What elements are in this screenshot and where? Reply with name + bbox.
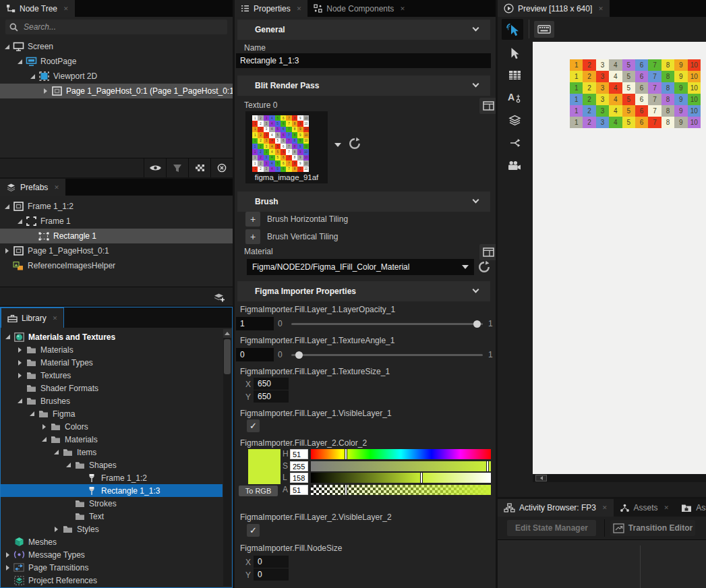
slider-marker[interactable] [486,461,489,472]
hue-slider[interactable] [311,449,491,459]
tree-item[interactable]: Page 1_PageHost_0:1 (Page 1_PageHost_0:1… [0,84,233,98]
tab-preview[interactable]: Preview [1118 x 640] ✕ [498,0,610,17]
scroll-up-button[interactable] [223,329,231,338]
caret-expanded-icon[interactable] [40,437,49,442]
close-icon[interactable]: ✕ [602,504,608,511]
close-icon[interactable]: ✕ [400,5,405,12]
section-header-general[interactable]: General [237,20,490,40]
tree-item[interactable]: Styles [1,523,223,535]
camera-tool-button[interactable] [508,160,521,171]
hue-field[interactable] [290,449,308,459]
texture-angle-field[interactable] [236,348,274,361]
tab-node-tree[interactable]: Node Tree ✕ [0,0,75,17]
tree-item[interactable]: Rectangle 1_1:3 [1,484,223,497]
caret-expanded-icon[interactable] [3,334,12,339]
color-swatch[interactable] [248,449,281,484]
material-reset-icon[interactable] [477,260,491,274]
section-header-figma-importer[interactable]: Figma Importer Properties [237,281,490,301]
tree-item[interactable]: Material Types [1,356,223,369]
caret-collapsed-icon[interactable] [16,347,24,353]
saturation-slider[interactable] [311,461,491,471]
keyboard-button[interactable] [534,21,554,38]
tree-item[interactable]: Brushes [1,394,223,407]
layer-opacity-slider[interactable] [291,323,483,325]
texture-picker[interactable]: 1234567891012345678910123456789101234567… [245,111,328,183]
tree-item[interactable]: Project References [1,574,223,587]
texture-dropdown-arrow-icon[interactable] [334,143,341,147]
preview-canvas[interactable]: 1234567891012345678910123456789101234567… [533,42,706,474]
caret-collapsed-icon[interactable] [41,88,50,94]
tree-item[interactable]: Colors [1,420,223,433]
tree-item[interactable]: Frame 1_1:2 [1,471,223,484]
tab-prefabs[interactable]: Prefabs ✕ [0,179,65,196]
texture-editor-button[interactable] [479,98,496,114]
tab-asset[interactable]: Asset [675,499,706,517]
tree-item[interactable]: RootPage [0,54,233,69]
add-prefab-button[interactable] [206,287,233,305]
saturation-field[interactable] [290,461,308,471]
tree-item[interactable]: Rectangle 1 [0,229,233,243]
caret-expanded-icon[interactable] [52,450,61,454]
add-horizontal-tiling-button[interactable]: + [245,212,260,227]
close-icon[interactable]: ✕ [54,184,59,191]
texture-size-y-field[interactable] [254,390,289,403]
pointer-tool-button[interactable] [509,47,519,60]
section-header-brush[interactable]: Brush [237,192,490,212]
caret-collapsed-icon[interactable] [3,248,11,254]
caret-collapsed-icon[interactable] [16,373,24,378]
tree-item[interactable]: Items [1,446,223,459]
slider-marker[interactable] [420,472,423,483]
grid-tool-button[interactable] [508,70,521,80]
close-icon[interactable]: ✕ [664,504,670,511]
tree-item[interactable]: Viewport 2D [0,69,233,84]
tab-properties[interactable]: Properties ✕ [235,0,307,17]
search-input[interactable] [22,22,223,32]
branch-tool-button[interactable] [509,138,521,148]
caret-expanded-icon[interactable] [16,59,24,64]
texture-angle-slider[interactable] [291,354,483,356]
column-divider[interactable] [640,546,641,588]
caret-collapsed-icon[interactable] [16,360,24,365]
tab-node-components[interactable]: Node Components ✕ [307,0,411,17]
tree-item[interactable]: Frame 1_1:2 [0,199,233,214]
slider-marker[interactable] [345,448,347,460]
tree-item[interactable]: Figma [1,407,223,420]
layer-opacity-field[interactable] [236,317,274,330]
edit-state-manager-button[interactable]: Edit State Manager [507,520,596,536]
close-icon[interactable]: ✕ [63,5,69,12]
transition-editor-button[interactable]: Transition Editor [610,520,695,536]
caret-collapsed-icon[interactable] [40,424,49,430]
caret-expanded-icon[interactable] [16,399,24,403]
tab-assets[interactable]: Assets✕ [614,499,676,517]
close-icon[interactable]: ✕ [297,5,302,12]
lightness-field[interactable] [290,473,308,483]
layers-tool-button[interactable] [508,115,521,125]
scrollbar-thumb[interactable] [224,339,231,374]
tree-item[interactable]: Materials [1,343,223,356]
name-field[interactable] [236,53,491,68]
tree-item[interactable]: Textures [1,369,223,382]
texture-reset-icon[interactable] [348,137,361,150]
add-vertical-tiling-button[interactable]: + [245,229,260,244]
caret-expanded-icon[interactable] [3,204,11,209]
caret-expanded-icon[interactable] [28,74,37,79]
tree-item[interactable]: Strokes [1,497,223,510]
tree-item[interactable]: ReferenceImagesHelper [0,258,233,273]
caret-collapsed-icon[interactable] [3,552,12,558]
library-scrollbar[interactable] [223,329,231,586]
tree-item[interactable]: Page Transitions [1,561,223,574]
tree-item[interactable]: Materials [1,433,223,446]
tree-item[interactable]: Meshes [1,535,223,548]
texture-size-x-field[interactable] [254,378,289,390]
tree-item[interactable]: Frame 1 [0,214,233,229]
tree-item[interactable]: Message Types [1,548,223,561]
filter-button[interactable] [166,158,188,177]
slider-handle[interactable] [295,351,303,359]
interact-mode-button[interactable] [502,19,523,40]
tree-item[interactable]: Materials and Textures [1,330,223,343]
node-tree-search[interactable] [5,20,227,34]
section-header-blit-render-pass[interactable]: Blit Render Pass [237,76,490,96]
lightness-slider[interactable] [311,473,491,483]
tree-item[interactable]: Shapes [1,459,223,471]
caret-expanded-icon[interactable] [64,463,73,467]
